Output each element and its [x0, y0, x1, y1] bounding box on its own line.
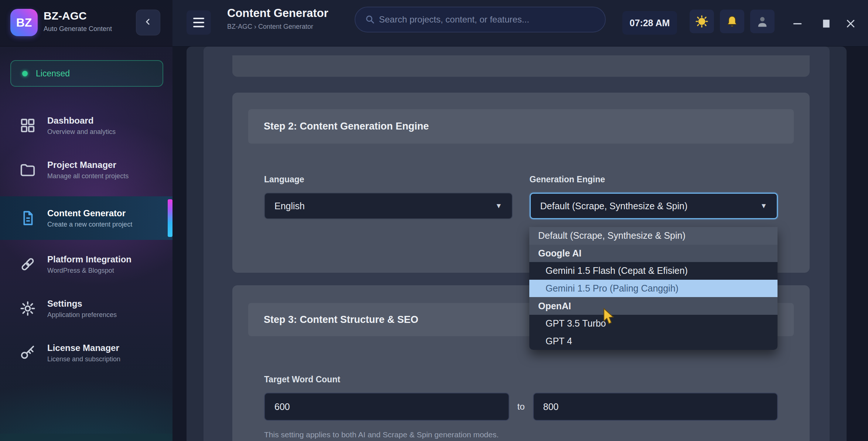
grid-icon [19, 117, 36, 134]
engine-group-google-ai: Google AI [529, 245, 778, 262]
sidebar-item-license-manager[interactable]: License Manager License and subscription [0, 334, 172, 372]
sidebar-item-dashboard[interactable]: Dashboard Overview and analytics [0, 106, 172, 145]
app-name: BZ-AGC [44, 10, 87, 22]
engine-option-gemini-flash[interactable]: Gemini 1.5 Flash (Cepat & Efisien) [529, 262, 778, 280]
range-separator: to [517, 402, 525, 412]
clock-display: 07:28 AM [622, 11, 677, 35]
document-icon [19, 210, 36, 227]
app-logo: BZ [10, 9, 38, 36]
minimize-icon [792, 18, 803, 29]
engine-option-gpt35-turbo[interactable]: GPT 3.5 Turbo [529, 315, 778, 333]
close-icon [845, 18, 856, 29]
sidebar-item-platform-integration[interactable]: Platform Integration WordPress & Blogspo… [0, 245, 172, 283]
theme-toggle-button[interactable] [690, 10, 714, 33]
maximize-icon [821, 18, 832, 29]
sidebar-item-label: Project Manager [47, 160, 129, 170]
engine-option-gemini-pro[interactable]: Gemini 1.5 Pro (Paling Canggih) [529, 280, 778, 297]
hamburger-icon [193, 18, 204, 19]
language-select-value: English [274, 201, 305, 211]
sidebar-item-label: Platform Integration [47, 254, 131, 265]
sidebar-item-sublabel: Manage all content projects [47, 172, 129, 180]
window-close-button[interactable] [843, 16, 858, 31]
engine-group-openai: OpenAI [529, 297, 778, 315]
sidebar-item-sublabel: Create a new content project [47, 221, 132, 228]
profile-button[interactable] [750, 10, 775, 33]
sidebar-item-sublabel: License and subscription [47, 355, 120, 363]
step2-form-row: Language English ▼ Generation Engine Def… [248, 175, 794, 219]
engine-label: Generation Engine [530, 175, 778, 185]
sidebar: BZ BZ-AGC Auto Generate Content Licensed… [0, 0, 172, 441]
license-status-dot [22, 71, 28, 76]
sidebar-collapse-button[interactable] [136, 10, 160, 35]
sidebar-item-label: Dashboard [47, 116, 116, 126]
sun-icon [695, 14, 709, 28]
sidebar-item-label: Settings [47, 299, 117, 309]
license-status-label: Licensed [36, 69, 70, 79]
engine-dropdown-menu: Default (Scrape, Synthesize & Spin) Goog… [529, 227, 778, 350]
sidebar-item-content-generator[interactable]: Content Generator Create a new content p… [0, 196, 172, 240]
search-input[interactable] [379, 14, 595, 25]
page-title: Content Generator [227, 7, 328, 20]
step2-header: Step 2: Content Generation Engine [248, 109, 794, 144]
word-count-label: Target Word Count [248, 375, 794, 385]
gear-icon [19, 300, 36, 317]
sidebar-item-project-manager[interactable]: Project Manager Manage all content proje… [0, 151, 172, 189]
word-count-max-input[interactable]: 800 [533, 393, 778, 421]
word-count-min-input[interactable]: 600 [264, 393, 509, 421]
window-minimize-button[interactable] [790, 16, 805, 31]
window-maximize-button[interactable] [819, 16, 834, 31]
bell-icon [725, 15, 739, 28]
language-label: Language [264, 175, 513, 185]
user-icon [756, 15, 769, 28]
engine-option-gpt4[interactable]: GPT 4 [529, 332, 778, 350]
sidebar-item-sublabel: WordPress & Blogspot [47, 267, 131, 275]
chevron-down-icon: ▼ [760, 202, 767, 210]
key-icon [19, 344, 36, 361]
app-window: BZ BZ-AGC Auto Generate Content Licensed… [0, 0, 868, 441]
folder-icon [19, 161, 36, 178]
breadcrumb: BZ-AGC › Content Generator [227, 23, 313, 31]
brand-area: BZ BZ-AGC Auto Generate Content [0, 0, 172, 46]
engine-select-value: Default (Scrape, Synthesize & Spin) [540, 201, 688, 211]
app-tagline: Auto Generate Content [44, 25, 112, 33]
chevron-left-icon [143, 17, 153, 28]
word-count-range-row: 600 to 800 [248, 393, 794, 421]
engine-option-default[interactable]: Default (Scrape, Synthesize & Spin) [529, 227, 778, 245]
chevron-down-icon: ▼ [495, 202, 502, 210]
link-icon [19, 256, 36, 273]
sidebar-item-settings[interactable]: Settings Application preferences [0, 289, 172, 328]
sidebar-item-label: License Manager [47, 343, 120, 353]
word-count-help-text: This setting applies to both AI and Scra… [248, 430, 794, 439]
global-search[interactable] [355, 7, 606, 32]
active-item-accent-bar [168, 199, 172, 237]
language-field: Language English ▼ [264, 175, 513, 219]
step1-card-bottom [232, 55, 810, 77]
engine-field: Generation Engine Default (Scrape, Synth… [530, 175, 778, 219]
sidebar-bottom-strip [0, 434, 172, 441]
engine-select[interactable]: Default (Scrape, Synthesize & Spin) ▼ [530, 193, 778, 219]
language-select[interactable]: English ▼ [264, 193, 513, 219]
sidebar-item-sublabel: Overview and analytics [47, 128, 116, 136]
notifications-button[interactable] [720, 10, 744, 33]
search-icon [365, 14, 375, 25]
sidebar-item-sublabel: Application preferences [47, 311, 117, 319]
license-status-badge: Licensed [10, 60, 163, 87]
sidebar-item-label: Content Generator [47, 208, 132, 218]
titlebar: Content Generator BZ-AGC › Content Gener… [172, 0, 868, 46]
hamburger-menu-button[interactable] [187, 10, 211, 35]
